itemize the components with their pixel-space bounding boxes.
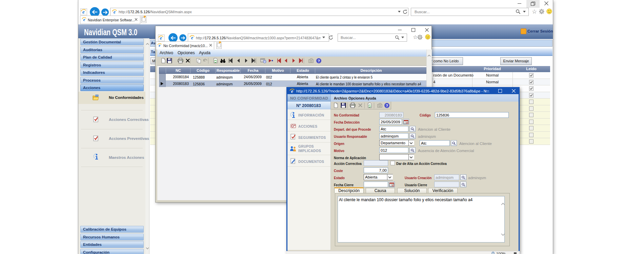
svg-text:?: ?	[386, 104, 388, 108]
svg-text:?: ?	[318, 59, 320, 63]
